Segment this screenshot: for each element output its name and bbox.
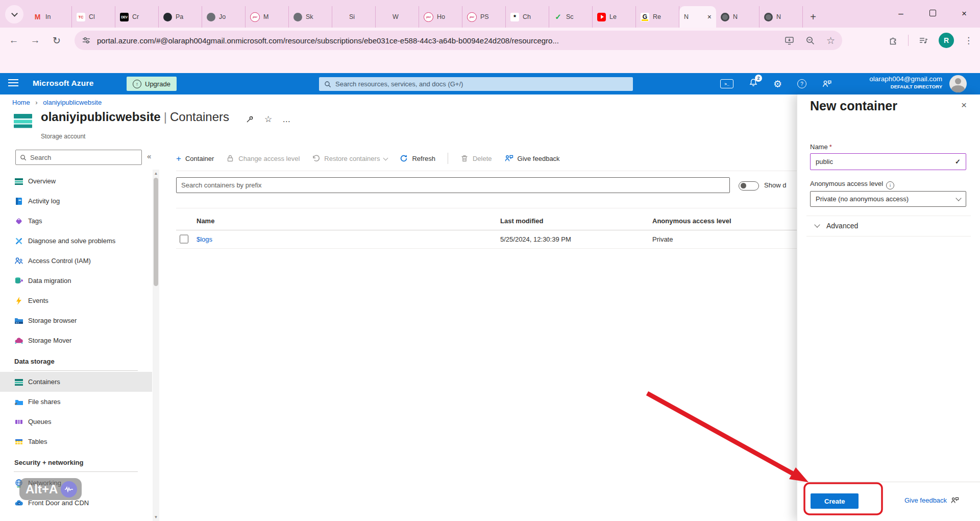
hamburger-menu-icon[interactable] bbox=[8, 79, 18, 87]
reload-icon[interactable]: ↻ bbox=[46, 35, 67, 46]
tab-search-button[interactable] bbox=[5, 5, 23, 23]
browser-tab[interactable]: ✓Sc bbox=[549, 6, 593, 28]
add-container-button[interactable]: +Container bbox=[176, 154, 214, 163]
tab-label: Sk bbox=[306, 13, 313, 20]
breadcrumb-current-link[interactable]: olaniyipublicwebsite bbox=[43, 99, 102, 106]
browser-tab[interactable]: MIn bbox=[29, 6, 72, 28]
row-checkbox[interactable] bbox=[180, 235, 188, 244]
delete-button[interactable]: Delete bbox=[460, 154, 492, 162]
browser-tab[interactable]: W bbox=[376, 6, 419, 28]
table-row[interactable]: $logs 5/25/2024, 12:30:39 PM Private bbox=[176, 230, 797, 248]
sidebar-item-overview[interactable]: Overview bbox=[0, 171, 152, 191]
sidebar-search-input[interactable]: Search bbox=[15, 150, 142, 165]
reading-list-icon[interactable] bbox=[919, 36, 928, 45]
change-access-level-button[interactable]: Change access level bbox=[226, 154, 300, 162]
minimize-button[interactable]: – bbox=[885, 9, 917, 19]
sidebar-item-tags[interactable]: Tags bbox=[0, 211, 152, 231]
containers-icon bbox=[14, 377, 23, 387]
profile-avatar[interactable]: R bbox=[939, 33, 954, 48]
browser-tab[interactable]: DEVCr bbox=[115, 6, 159, 28]
sidebar-scrollbar[interactable]: ▲ ▼ bbox=[153, 170, 159, 521]
container-search-placeholder: Search containers by prefix bbox=[181, 181, 262, 189]
forward-icon[interactable]: → bbox=[24, 35, 46, 46]
column-header-last-modified[interactable]: Last modified bbox=[500, 217, 544, 224]
browser-tab[interactable]: N bbox=[760, 6, 803, 28]
sidebar-item-events[interactable]: Events bbox=[0, 291, 152, 311]
new-tab-button[interactable]: + bbox=[803, 6, 823, 28]
maximize-button[interactable] bbox=[917, 9, 948, 19]
github-favicon bbox=[163, 13, 172, 21]
breadcrumb-home-link[interactable]: Home bbox=[12, 99, 30, 106]
feedback-icon[interactable] bbox=[822, 79, 832, 88]
sidebar-item-data-migration[interactable]: Data migration bbox=[0, 271, 152, 291]
sidebar-item-storage-browser[interactable]: Storage browser bbox=[0, 311, 152, 330]
sidebar-item-access-control[interactable]: Access Control (IAM) bbox=[0, 251, 152, 271]
site-info-icon[interactable] bbox=[82, 36, 91, 45]
browser-tab[interactable]: Jo bbox=[202, 6, 246, 28]
file-shares-icon bbox=[14, 397, 23, 407]
help-icon[interactable]: ? bbox=[797, 79, 806, 88]
show-deleted-toggle[interactable] bbox=[739, 181, 759, 191]
tab-label: Sc bbox=[566, 13, 574, 20]
browser-tab[interactable]: GRe bbox=[636, 6, 679, 28]
column-header-access-level[interactable]: Anonymous access level bbox=[652, 217, 731, 224]
browser-tab[interactable]: psiHo bbox=[419, 6, 462, 28]
youtube-favicon bbox=[597, 13, 606, 21]
browser-tab[interactable]: TCCl bbox=[72, 6, 115, 28]
info-icon[interactable]: i bbox=[886, 181, 894, 190]
give-feedback-button[interactable]: Give feedback bbox=[504, 154, 560, 162]
tab-close-icon[interactable]: × bbox=[707, 13, 712, 20]
browser-tab[interactable]: psiPS bbox=[462, 6, 506, 28]
active-browser-tab[interactable]: N× bbox=[679, 6, 716, 28]
column-header-name[interactable]: Name bbox=[197, 217, 214, 224]
browser-tab[interactable]: psiM bbox=[246, 6, 289, 28]
scroll-down-icon[interactable]: ▼ bbox=[153, 515, 159, 519]
refresh-button[interactable]: Refresh bbox=[400, 154, 435, 162]
close-window-button[interactable]: × bbox=[948, 9, 980, 19]
url-bar[interactable]: portal.azure.com/#@olaraph004gmail.onmic… bbox=[75, 31, 842, 50]
sidebar-item-storage-mover[interactable]: Storage Mover bbox=[0, 330, 152, 350]
extensions-icon[interactable] bbox=[888, 36, 898, 45]
settings-gear-icon[interactable]: ⚙ bbox=[773, 79, 782, 89]
browser-tab[interactable]: N bbox=[716, 6, 760, 28]
shortcut-overlay: Alt+A bbox=[19, 478, 82, 500]
name-field[interactable]: public ✓ bbox=[810, 153, 966, 170]
overview-icon bbox=[14, 177, 23, 186]
browser-tab[interactable]: Le bbox=[593, 6, 636, 28]
sidebar-item-activity-log[interactable]: Activity log bbox=[0, 191, 152, 211]
sidebar-item-diagnose[interactable]: Diagnose and solve problems bbox=[0, 231, 152, 251]
bookmark-star-icon[interactable]: ☆ bbox=[826, 36, 835, 45]
command-bar: +Container Change access level Restore c… bbox=[176, 148, 560, 169]
access-level-dropdown[interactable]: Private (no anonymous access) bbox=[810, 191, 966, 207]
azure-brand[interactable]: Microsoft Azure bbox=[33, 79, 94, 88]
browser-menu-icon[interactable]: ⋮ bbox=[964, 35, 973, 45]
cloud-shell-icon[interactable]: >_ bbox=[720, 79, 733, 88]
azure-search-input[interactable]: Search resources, services, and docs (G+… bbox=[319, 77, 633, 91]
browser-tab[interactable]: Pa bbox=[159, 6, 202, 28]
sidebar-item-file-shares[interactable]: File shares bbox=[0, 392, 152, 412]
sidebar-collapse-icon[interactable]: « bbox=[147, 152, 151, 160]
create-button[interactable]: Create bbox=[811, 493, 859, 509]
advanced-section-toggle[interactable]: Advanced bbox=[815, 222, 858, 230]
scroll-up-icon[interactable]: ▲ bbox=[153, 171, 159, 176]
container-search-input[interactable]: Search containers by prefix bbox=[176, 177, 730, 193]
browser-tab[interactable]: *Ch bbox=[506, 6, 549, 28]
azure-avatar[interactable] bbox=[949, 75, 967, 92]
notifications-icon[interactable]: 2 bbox=[749, 78, 758, 89]
install-icon[interactable] bbox=[785, 36, 794, 45]
panel-give-feedback-link[interactable]: Give feedback bbox=[904, 496, 959, 504]
close-icon[interactable]: × bbox=[961, 100, 967, 111]
browser-tab[interactable]: Si bbox=[332, 6, 376, 28]
sidebar-item-containers[interactable]: Containers bbox=[0, 372, 152, 392]
tab-label: Si bbox=[349, 13, 355, 20]
back-icon[interactable]: ← bbox=[3, 35, 24, 46]
zoom-icon[interactable] bbox=[805, 36, 815, 45]
browser-tab[interactable]: Sk bbox=[289, 6, 332, 28]
scrollbar-thumb[interactable] bbox=[154, 178, 158, 286]
sidebar-item-queues[interactable]: Queues bbox=[0, 412, 152, 432]
container-name-link[interactable]: $logs bbox=[197, 235, 212, 243]
restore-containers-button[interactable]: Restore containers bbox=[312, 154, 387, 162]
account-info[interactable]: olaraph004@gmail.com DEFAULT DIRECTORY bbox=[869, 75, 942, 90]
sidebar-item-tables[interactable]: Tables bbox=[0, 432, 152, 452]
upgrade-button[interactable]: ↑ Upgrade bbox=[127, 77, 177, 91]
